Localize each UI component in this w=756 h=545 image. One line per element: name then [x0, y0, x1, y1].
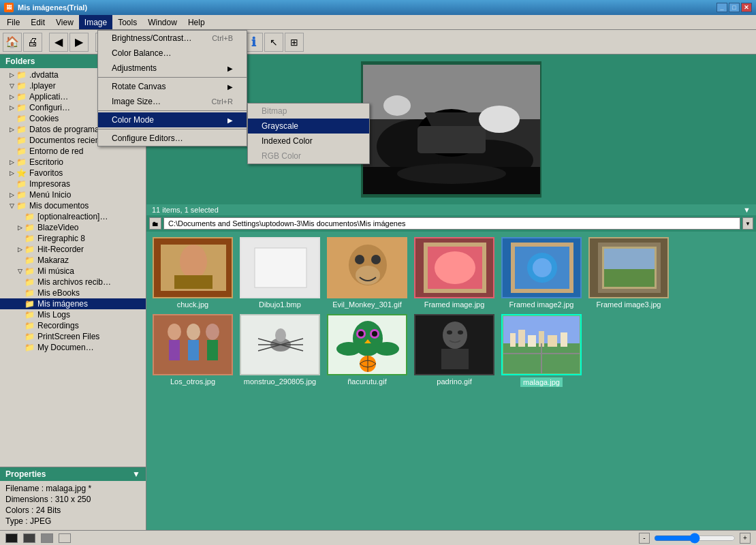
- expand-icon[interactable]: ▽: [10, 82, 16, 89]
- menu-configure-editors[interactable]: Configure Editors…: [98, 131, 247, 146]
- path-bar: C:\Documents and Settings\uptodown-3\Mis…: [163, 217, 740, 230]
- thumb-label-framed2: Framed image2.jpg: [509, 300, 574, 309]
- sidebar-item-mis-archivos[interactable]: 📁 Mis archivos recib…: [0, 277, 146, 287]
- sidebar-item-optional[interactable]: 📁 [optionalreaction]…: [0, 211, 146, 222]
- thumbnails-grid: chuck.jpg Dibujo1.bmp: [146, 232, 756, 530]
- svg-rect-6: [418, 126, 486, 153]
- thumb-framed1[interactable]: Framed image.jpg: [413, 237, 495, 309]
- sidebar-item-entorno[interactable]: 📁 Entorno de red: [0, 146, 146, 157]
- thumb-img-framed3: [588, 237, 669, 298]
- properties-content: Filename : malaga.jpg * Dimensions : 310…: [0, 481, 146, 530]
- thumb-monstruo[interactable]: monstruo_290805.jpg: [239, 314, 321, 387]
- menu-image-size[interactable]: Image Size… Ctrl+R: [98, 94, 247, 109]
- submenu-bitmap[interactable]: Bitmap: [248, 104, 369, 119]
- expand-icon[interactable]: ▷: [18, 224, 25, 231]
- expand-icon[interactable]: ▷: [10, 72, 16, 78]
- menu-adjustments[interactable]: Adjustments ▶: [98, 61, 247, 76]
- maximize-button[interactable]: □: [729, 3, 740, 12]
- svg-rect-15: [174, 275, 212, 289]
- expand-icon[interactable]: ▽: [10, 202, 16, 209]
- thumb-label-otros: Los_otros.jpg: [170, 377, 215, 386]
- thumb-malaga[interactable]: malaga.jpg: [501, 314, 582, 387]
- thumb-img-framed2: [501, 237, 582, 298]
- menu-tools[interactable]: Tools: [112, 15, 142, 29]
- status-dropdown-arrow[interactable]: ▼: [743, 206, 751, 214]
- toolbar-print[interactable]: 🖨: [23, 33, 42, 52]
- properties-title: Properties: [5, 469, 46, 479]
- thumb-chuck[interactable]: chuck.jpg: [152, 237, 234, 309]
- thumb-monkey[interactable]: Evil_Monkey_301.gif: [326, 237, 408, 309]
- expand-icon[interactable]: ▷: [10, 104, 16, 111]
- sidebar-item-printscreen[interactable]: 📁 PrintScreen Files: [0, 331, 146, 342]
- properties-toggle[interactable]: ▼: [132, 469, 140, 479]
- minimize-button[interactable]: _: [716, 3, 727, 12]
- sidebar-item-mis-documentos[interactable]: ▽ 📁 Mis documentos: [0, 200, 146, 211]
- svg-point-35: [168, 324, 181, 340]
- thumb-label-monstruo: monstruo_290805.jpg: [244, 377, 316, 386]
- expand-icon[interactable]: ▷: [10, 191, 16, 198]
- sidebar-item-menu-inicio[interactable]: ▷ 📁 Menú Inicio: [0, 189, 146, 200]
- submenu-grayscale[interactable]: Grayscale: [248, 119, 369, 134]
- color-swatch-3: [41, 533, 53, 543]
- sidebar-item-mis-logs[interactable]: 📁 Mis Logs: [0, 309, 146, 320]
- sidebar-item-makaraz[interactable]: 📁 Makaraz: [0, 255, 146, 266]
- thumb-img-chuck: [153, 237, 233, 298]
- path-text: C:\Documents and Settings\uptodown-3\Mis…: [168, 219, 406, 228]
- sidebar-item-recordings[interactable]: 📁 Recordings: [0, 320, 146, 331]
- thumb-otros[interactable]: Los_otros.jpg: [152, 314, 234, 387]
- sidebar-item-hit-recorder[interactable]: ▷ 📁 Hit-Recorder: [0, 244, 146, 255]
- expand-icon[interactable]: ▷: [10, 170, 16, 176]
- thumb-img-otros: [153, 314, 233, 375]
- menu-help[interactable]: Help: [183, 15, 210, 29]
- expand-icon[interactable]: ▷: [10, 159, 16, 166]
- svg-point-21: [355, 255, 364, 264]
- menu-color-mode[interactable]: Color Mode ▶: [98, 112, 247, 127]
- toolbar-grid[interactable]: ⊞: [285, 33, 304, 52]
- sidebar-item-impresoras[interactable]: 📁 Impresoras: [0, 178, 146, 189]
- expand-icon[interactable]: ▷: [18, 246, 25, 253]
- toolbar-forward[interactable]: ▶: [69, 33, 89, 52]
- svg-point-11: [397, 164, 506, 184]
- sidebar-item-favoritos[interactable]: ▷ ⭐ Favoritos: [0, 168, 146, 178]
- svg-point-49: [275, 328, 286, 342]
- menu-window[interactable]: Window: [142, 15, 183, 29]
- sidebar-item-my-documents[interactable]: 📁 My Documen…: [0, 342, 146, 353]
- menu-view[interactable]: View: [50, 15, 79, 29]
- thumb-framed3[interactable]: Framed image3.jpg: [588, 237, 670, 309]
- menu-rotate-canvas[interactable]: Rotate Canvas ▶: [98, 79, 247, 94]
- expand-icon[interactable]: ▽: [18, 268, 25, 275]
- sidebar-item-escritorio[interactable]: ▷ 📁 Escritorio: [0, 157, 146, 168]
- sidebar-item-mis-imagenes[interactable]: 📁 Mis imágenes: [0, 298, 146, 309]
- svg-point-8: [479, 106, 520, 133]
- sidebar-item-mis-ebooks[interactable]: 📁 Mis eBooks: [0, 287, 146, 298]
- path-dropdown[interactable]: ▼: [742, 217, 753, 230]
- svg-rect-63: [441, 349, 469, 369]
- submenu-rgb-color[interactable]: RGB Color: [248, 149, 369, 164]
- prop-filename: Filename : malaga.jpg *: [5, 484, 140, 493]
- zoom-slider[interactable]: [654, 535, 736, 542]
- expand-icon[interactable]: ▷: [10, 126, 16, 133]
- zoom-in-button[interactable]: +: [740, 533, 751, 544]
- menu-image[interactable]: Image: [79, 15, 112, 29]
- menu-color-balance[interactable]: Color Balance…: [98, 46, 247, 61]
- close-button[interactable]: ✕: [741, 3, 752, 12]
- sidebar-item-mi-musica[interactable]: ▽ 📁 Mi música: [0, 266, 146, 277]
- menu-brightness-contrast[interactable]: Brightness/Contrast… Ctrl+B: [98, 31, 247, 46]
- file-browser: 11 items, 1 selected ▼ 🖿 C:\Documents an…: [146, 204, 756, 530]
- toolbar-home[interactable]: 🏠: [3, 33, 22, 52]
- menu-edit[interactable]: Edit: [25, 15, 50, 29]
- thumb-dibujo[interactable]: Dibujo1.bmp: [239, 237, 321, 309]
- expand-icon[interactable]: ▷: [10, 93, 16, 100]
- thumb-framed2[interactable]: Framed image2.jpg: [501, 237, 582, 309]
- sidebar-item-firegraphic[interactable]: 📁 Firegraphic 8: [0, 233, 146, 244]
- thumb-padrino[interactable]: padrino.gif: [413, 314, 495, 387]
- menu-file[interactable]: File: [1, 15, 25, 29]
- sidebar-item-blazevideo[interactable]: ▷ 📁 BlazeVideo: [0, 222, 146, 233]
- svg-rect-71: [528, 335, 536, 347]
- thumb-nacurutu[interactable]: ñacurutu.gif: [326, 314, 408, 387]
- svg-rect-32: [604, 249, 655, 269]
- submenu-indexed-color[interactable]: Indexed Color: [248, 134, 369, 149]
- toolbar-cursor[interactable]: ↖: [264, 33, 283, 52]
- zoom-out-button[interactable]: -: [639, 533, 650, 544]
- toolbar-back[interactable]: ◀: [49, 33, 68, 52]
